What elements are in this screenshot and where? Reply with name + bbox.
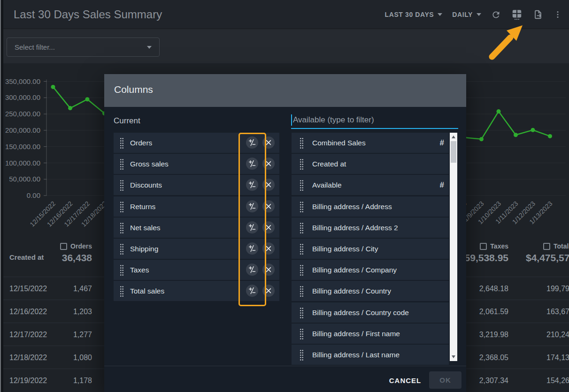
report-header: Last 30 Days Sales Summary LAST 30 DAYS …	[3, 0, 569, 29]
plus-minus-toggle-button[interactable]	[246, 136, 258, 149]
column-label: Billing address / Last name	[312, 345, 400, 365]
column-label: Available	[312, 175, 342, 195]
cell-total-sales: 174,13	[546, 346, 569, 369]
remove-column-button[interactable]	[262, 285, 275, 297]
remove-column-button[interactable]	[262, 136, 275, 149]
drag-handle-icon[interactable]	[120, 158, 124, 170]
drag-handle-icon[interactable]	[300, 180, 304, 191]
available-column-row[interactable]: Combined Sales#	[292, 133, 449, 153]
ok-button[interactable]: OK	[429, 371, 461, 389]
current-column-row[interactable]: Net sales	[114, 218, 279, 238]
date-range-dropdown[interactable]: LAST 30 DAYS	[385, 11, 443, 18]
kebab-menu-icon[interactable]	[553, 9, 562, 20]
scrollbar-thumb[interactable]	[451, 141, 456, 163]
drag-handle-icon[interactable]	[120, 137, 124, 149]
column-label: Billing address / Company	[312, 260, 397, 280]
taxes-checkbox[interactable]	[480, 243, 487, 250]
remove-column-button[interactable]	[262, 264, 275, 276]
column-label: Billing address / Country code	[312, 302, 409, 323]
plus-minus-toggle-button[interactable]	[246, 242, 258, 255]
chevron-down-icon	[477, 13, 481, 16]
filter-select[interactable]: Select filter...	[7, 38, 160, 57]
current-column-row[interactable]: Returns	[114, 196, 279, 217]
page-title: Last 30 Days Sales Summary	[14, 8, 162, 21]
cell-orders: 1,467	[73, 277, 92, 300]
available-column-row[interactable]: Billing address / First name	[292, 324, 449, 344]
cell-total-sales: 163,67	[546, 300, 569, 323]
total-sales-checkbox[interactable]	[543, 243, 550, 250]
taxes-total: $59,538.95	[459, 252, 508, 264]
svg-text:0.00: 0.00	[27, 191, 40, 199]
available-column-row[interactable]: Billing address / Address 2	[292, 218, 449, 238]
drag-handle-icon[interactable]	[120, 264, 124, 276]
current-column-row[interactable]: Total sales	[114, 281, 279, 301]
available-column-row[interactable]: Billing address / Address	[292, 196, 449, 217]
svg-text:1/13/2023: 1/13/2023	[528, 200, 554, 226]
cancel-button[interactable]: CANCEL	[379, 373, 431, 387]
column-label: Created at	[312, 154, 346, 174]
svg-text:12/17/2022: 12/17/2022	[62, 200, 91, 228]
export-icon[interactable]	[533, 9, 543, 20]
column-label: Taxes	[130, 260, 149, 280]
current-column-row[interactable]: Orders	[114, 133, 279, 153]
svg-text:350,000.00: 350,000.00	[5, 77, 40, 85]
plus-minus-toggle-button[interactable]	[246, 200, 258, 212]
plus-minus-toggle-button[interactable]	[246, 158, 258, 170]
svg-text:100,000.00: 100,000.00	[5, 159, 40, 167]
table-header-created-at: Created at	[9, 253, 44, 261]
available-column-row[interactable]: Billing address / Country	[292, 281, 449, 301]
remove-column-button[interactable]	[262, 221, 275, 234]
available-column-row[interactable]: Billing address / City	[292, 239, 449, 259]
total-sales-total: $4,475,572	[526, 252, 569, 264]
available-column-row[interactable]: Billing address / Last name	[292, 345, 449, 365]
drag-handle-icon[interactable]	[120, 201, 124, 212]
scroll-down-arrow-icon[interactable]	[452, 355, 455, 358]
available-column-row[interactable]: Billing address / Country code	[292, 302, 449, 323]
plus-minus-toggle-button[interactable]	[246, 221, 258, 234]
drag-handle-icon[interactable]	[300, 307, 304, 318]
cell-taxes: 2,648.18	[479, 277, 508, 300]
drag-handle-icon[interactable]	[300, 349, 304, 361]
drag-handle-icon[interactable]	[120, 180, 124, 191]
refresh-icon[interactable]	[491, 10, 501, 20]
remove-column-button[interactable]	[262, 158, 275, 170]
drag-handle-icon[interactable]	[120, 243, 124, 255]
orders-checkbox[interactable]	[60, 243, 67, 250]
drag-handle-icon[interactable]	[300, 137, 304, 149]
svg-text:200,000.00: 200,000.00	[5, 126, 40, 134]
available-column-row[interactable]: Created at	[292, 154, 449, 174]
cell-created-at: 12/15/2022	[9, 277, 47, 300]
current-column-row[interactable]: Gross sales	[114, 154, 279, 174]
scroll-up-arrow-icon[interactable]	[452, 136, 455, 138]
drag-handle-icon[interactable]	[120, 286, 124, 297]
available-column-row[interactable]: Available#	[292, 175, 449, 195]
drag-handle-icon[interactable]	[300, 328, 304, 339]
scrollbar[interactable]	[450, 133, 457, 361]
drag-handle-icon[interactable]	[300, 201, 304, 212]
drag-handle-icon[interactable]	[300, 264, 304, 276]
cell-orders: 1,277	[73, 323, 92, 346]
plus-minus-toggle-button[interactable]	[246, 285, 258, 297]
drag-handle-icon[interactable]	[120, 222, 124, 234]
filter-bar: Select filter...	[3, 29, 569, 63]
drag-handle-icon[interactable]	[300, 286, 304, 297]
drag-handle-icon[interactable]	[300, 243, 304, 255]
current-column-row[interactable]: Taxes	[114, 260, 279, 280]
header-controls: LAST 30 DAYS DAILY	[385, 0, 562, 29]
plus-minus-toggle-button[interactable]	[246, 179, 258, 191]
remove-column-button[interactable]	[262, 179, 275, 191]
remove-column-button[interactable]	[262, 242, 275, 255]
remove-column-button[interactable]	[262, 200, 275, 212]
current-columns-list: OrdersGross salesDiscountsReturnsNet sal…	[114, 74, 279, 392]
current-column-row[interactable]: Shipping	[114, 239, 279, 259]
plus-minus-toggle-button[interactable]	[246, 264, 258, 276]
columns-icon[interactable]	[511, 8, 523, 21]
current-column-row[interactable]: Discounts	[114, 175, 279, 195]
interval-dropdown[interactable]: DAILY	[452, 11, 481, 18]
cell-total-sales: 154,26	[546, 369, 569, 392]
drag-handle-icon[interactable]	[300, 158, 304, 170]
available-column-row[interactable]: Billing address / Company	[292, 260, 449, 280]
window-edge	[0, 0, 1, 392]
dialog-footer-divider	[104, 366, 466, 366]
drag-handle-icon[interactable]	[300, 222, 304, 234]
